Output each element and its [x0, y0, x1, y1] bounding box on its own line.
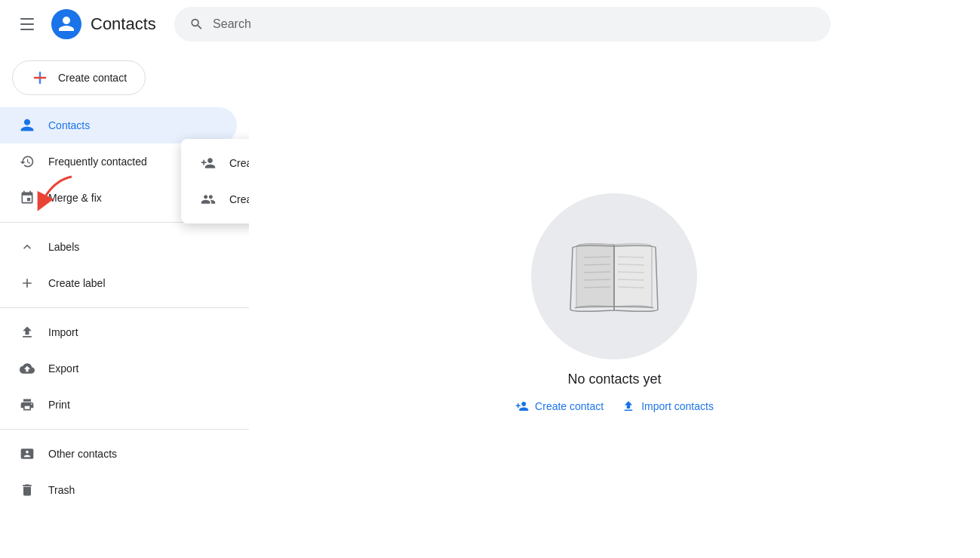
main-create-contact-button[interactable]: Create contact	[515, 399, 604, 413]
print-icon	[18, 396, 36, 414]
create-contact-button[interactable]: Create contact	[12, 60, 146, 95]
app-title: Contacts	[91, 14, 156, 34]
svg-line-7	[618, 257, 644, 257]
create-a-contact-label: Create a contact	[229, 157, 249, 169]
print-label: Print	[48, 399, 70, 411]
action-buttons: Create contact Import contacts	[515, 399, 714, 413]
dropdown-create-multiple-contacts[interactable]: Create multiple contacts	[181, 181, 249, 217]
upload-icon	[18, 323, 36, 341]
labels-section[interactable]: Labels	[0, 229, 249, 265]
svg-line-6	[584, 287, 610, 288]
frequently-contacted-label: Frequently contacted	[48, 156, 147, 168]
sidebar-item-contacts[interactable]: Contacts	[0, 107, 237, 143]
other-contacts-label: Other contacts	[48, 448, 117, 460]
history-icon	[18, 153, 36, 171]
main-import-contacts-button[interactable]: Import contacts	[622, 399, 714, 413]
red-arrow	[30, 169, 75, 219]
people-add-icon	[199, 190, 217, 208]
person-add-icon	[199, 154, 217, 172]
main-create-contact-label: Create contact	[535, 400, 604, 412]
app-icon	[51, 9, 81, 39]
upload-icon-main	[622, 399, 635, 413]
plus-icon	[18, 274, 36, 292]
svg-line-5	[584, 279, 610, 280]
trash-icon	[18, 481, 36, 499]
sidebar-item-trash[interactable]: Trash	[0, 472, 237, 508]
svg-line-8	[618, 264, 644, 265]
svg-line-3	[584, 264, 610, 265]
dropdown-create-contact[interactable]: Create a contact	[181, 145, 249, 181]
sidebar-item-other-contacts[interactable]: Other contacts	[0, 436, 237, 472]
main-content: No contacts yet Create contact Import co…	[249, 48, 980, 558]
cloud-upload-icon	[18, 359, 36, 378]
divider-2	[0, 307, 249, 308]
create-label-label: Create label	[48, 277, 106, 289]
create-multiple-contacts-label: Create multiple contacts	[229, 193, 249, 205]
svg-line-2	[584, 257, 610, 257]
search-bar[interactable]	[174, 7, 831, 42]
sidebar-item-export[interactable]: Export	[0, 350, 237, 387]
no-contacts-text: No contacts yet	[567, 371, 661, 387]
import-label: Import	[48, 326, 78, 338]
hamburger-button[interactable]	[12, 9, 42, 39]
other-contacts-icon	[18, 445, 36, 463]
svg-line-10	[618, 279, 644, 280]
svg-line-4	[584, 272, 610, 273]
sidebar-item-print[interactable]: Print	[0, 387, 237, 423]
empty-state: No contacts yet Create contact Import co…	[515, 193, 714, 413]
svg-line-9	[618, 272, 644, 273]
sidebar: Create contact Contacts	[0, 48, 249, 558]
contacts-icon	[18, 116, 36, 134]
header: Contacts	[0, 0, 980, 48]
hamburger-icon	[20, 18, 34, 30]
main-import-contacts-label: Import contacts	[641, 400, 714, 412]
chevron-up-icon	[18, 238, 36, 256]
layout: Create contact Contacts	[0, 48, 980, 558]
sidebar-item-import[interactable]: Import	[0, 314, 237, 350]
trash-label: Trash	[48, 484, 75, 496]
export-label: Export	[48, 362, 78, 375]
contacts-label: Contacts	[48, 119, 90, 131]
divider-3	[0, 429, 249, 430]
search-icon	[189, 17, 204, 32]
google-plus-icon	[31, 69, 49, 87]
book-illustration	[531, 193, 697, 359]
svg-line-11	[618, 287, 644, 288]
create-contact-dropdown: Create a contact Create multiple contact…	[181, 139, 249, 224]
create-contact-label: Create contact	[58, 72, 127, 84]
labels-heading: Labels	[48, 241, 79, 253]
sidebar-item-create-label[interactable]: Create label	[0, 265, 237, 301]
search-input[interactable]	[213, 17, 816, 31]
person-add-icon-main	[515, 399, 529, 413]
